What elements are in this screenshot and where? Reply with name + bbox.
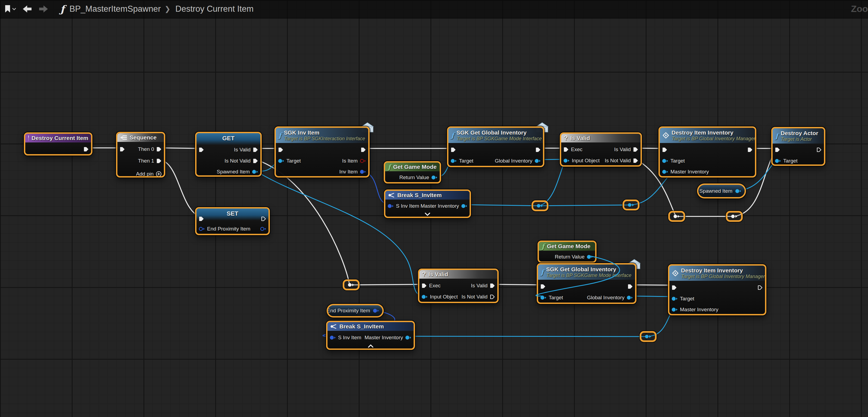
pin-row: Target (775, 155, 822, 166)
chevron-down-icon[interactable] (12, 7, 16, 10)
is-item-pin[interactable] (360, 158, 366, 163)
end-proximity-item-pin[interactable] (373, 308, 379, 314)
exec-in-pin[interactable] (662, 147, 668, 152)
return-value-pin[interactable] (587, 254, 593, 260)
exec-pin[interactable] (422, 283, 427, 289)
exec-in-pin[interactable] (775, 147, 780, 152)
pin-row: Input ObjectIs Not Valid (422, 291, 495, 302)
struct-pin[interactable] (260, 226, 266, 232)
input-object-pin[interactable] (422, 294, 428, 300)
exec-in-pin[interactable] (199, 147, 204, 152)
bookmark-icon[interactable] (4, 5, 11, 13)
input-object-pin[interactable] (563, 158, 569, 163)
exec-out-pin[interactable] (627, 284, 633, 289)
exec-in-pin[interactable] (672, 285, 677, 290)
spawned-item-pin[interactable] (735, 188, 741, 194)
exec-label: Exec (571, 147, 582, 152)
exec-out-pin[interactable] (261, 216, 266, 221)
target-pin[interactable] (775, 158, 781, 163)
node-set-end-proximity-item[interactable]: SETEnd Proximity Item (195, 207, 270, 235)
then-1-label: Then 1 (138, 158, 154, 164)
object-wire (540, 205, 631, 206)
exec-out-pin[interactable] (757, 285, 763, 290)
is-not-valid-pin[interactable] (253, 158, 258, 163)
chevron-down-icon[interactable] (385, 213, 470, 216)
reroute-node-exec[interactable] (343, 279, 360, 290)
global-inventory-pin[interactable] (534, 158, 541, 163)
exec-out-pin[interactable] (361, 147, 366, 152)
master-inventory-pin[interactable] (461, 203, 467, 209)
target-label: Target (459, 158, 473, 164)
breadcrumb-current[interactable]: Destroy Current Item (175, 4, 253, 14)
inv-item-pin[interactable] (360, 169, 366, 175)
pin-row: Input ObjectIs Not Valid (563, 155, 638, 166)
reroute-node-object[interactable] (640, 331, 657, 342)
add-pin-label: Add pin (136, 171, 154, 177)
is-not-valid-pin[interactable] (633, 158, 638, 163)
node-get-spawned-item[interactable]: GETIs ValidIs Not ValidSpawned Item (195, 132, 262, 177)
add-pin-icon[interactable] (156, 171, 162, 177)
is-valid-pin[interactable] (253, 147, 258, 152)
target-pin[interactable] (662, 158, 668, 163)
reroute-node-object[interactable] (623, 200, 640, 210)
then-1-pin[interactable] (156, 158, 162, 163)
is-not-valid-pin[interactable] (490, 294, 495, 300)
exec-in-pin[interactable] (451, 147, 456, 152)
exec-in-pin[interactable] (278, 147, 283, 152)
master-inventory-pin[interactable] (662, 169, 668, 175)
reroute-node-exec[interactable] (726, 211, 743, 222)
blueprint-graph-canvas[interactable]: ƒ BP_MasterItemSpawner ❯ Destroy Current… (0, 0, 868, 417)
master-inventory-pin[interactable] (672, 307, 678, 312)
back-arrow-button[interactable] (22, 5, 32, 13)
exec-out-pin[interactable] (84, 147, 89, 152)
node-sgk-inv-item[interactable]: ƒSGK Inv ItemTarget is BP SGKInteraction… (275, 126, 370, 178)
exec-in-pin[interactable] (120, 147, 125, 152)
spawned-item-pin[interactable] (252, 169, 258, 175)
is-item-label: Is Item (342, 158, 358, 164)
node-spawned-item-getter[interactable]: Spawned Item (697, 183, 746, 199)
pin-row: Return Value (387, 172, 437, 183)
node-sgk-get-global-inventory-lower[interactable]: ƒSGK Get Global InventoryTarget is BP SG… (537, 263, 637, 304)
node-destroy-current-item[interactable]: Destroy Current Item (24, 132, 92, 155)
global-inventory-pin[interactable] (627, 295, 633, 300)
exec-out-pin[interactable] (747, 147, 753, 152)
node-break-s-invitem-upper[interactable]: Break S_InvItemS Inv ItemMaster Inventor… (384, 189, 471, 218)
exec-in-pin[interactable] (199, 216, 204, 221)
node-destroy-item-inventory-upper[interactable]: Destroy Item InventoryTarget is BP Globa… (658, 126, 756, 178)
s-inv-item-pin[interactable] (330, 335, 336, 340)
reroute-node-object[interactable] (532, 200, 549, 211)
node-destroy-item-inventory-lower[interactable]: Destroy Item InventoryTarget is BP Globa… (668, 264, 766, 315)
reroute-node-exec[interactable] (668, 211, 685, 222)
master-inventory-pin[interactable] (405, 335, 411, 340)
return-value-pin[interactable] (431, 175, 437, 180)
node-get-game-mode-lower[interactable]: ƒGet Game ModeReturn Value (537, 241, 596, 263)
s-inv-item-pin[interactable] (388, 203, 394, 209)
breadcrumb-parent[interactable]: BP_MasterItemSpawner (69, 4, 161, 14)
exec-pin[interactable] (563, 147, 569, 152)
end-proximity-item-pin[interactable] (199, 226, 205, 232)
pin-row: S Inv ItemMaster Inventory (330, 332, 411, 343)
is-valid-pin[interactable] (633, 147, 638, 152)
end-proximity-item-label: End Proximity Item (207, 226, 250, 232)
exec-in-pin[interactable] (540, 284, 546, 289)
node-sgk-get-global-inventory-upper[interactable]: ƒSGK Get Global InventoryTarget is BP SG… (447, 126, 544, 167)
node-get-game-mode-upper[interactable]: ƒGet Game ModeReturn Value (384, 161, 441, 183)
is-valid-pin[interactable] (490, 283, 495, 289)
node-is-valid-upper[interactable]: ?Is ValidExecIs ValidInput ObjectIs Not … (560, 132, 642, 167)
breadcrumb-separator-icon: ❯ (164, 5, 170, 13)
target-pin[interactable] (278, 158, 284, 163)
forward-arrow-button[interactable] (39, 5, 49, 13)
chevron-up-icon[interactable] (328, 345, 414, 348)
target-pin[interactable] (540, 295, 547, 300)
target-pin[interactable] (672, 296, 678, 301)
node-break-s-invitem-lower[interactable]: Break S_InvItemS Inv ItemMaster Inventor… (326, 321, 415, 350)
exec-out-pin[interactable] (535, 147, 541, 152)
node-destroy-actor[interactable]: ƒDestroy ActorTarget is ActorTarget (771, 127, 825, 166)
node-sequence[interactable]: SequenceThen 0Then 1Add pin (116, 132, 165, 178)
target-pin[interactable] (451, 158, 457, 163)
node-title: SGK Get Global Inventory (457, 129, 542, 136)
node-is-valid-lower[interactable]: ?Is ValidExecIs ValidInput ObjectIs Not … (418, 269, 499, 303)
exec-out-pin[interactable] (816, 147, 822, 152)
then-0-pin[interactable] (156, 147, 162, 152)
node-end-proximity-item-getter[interactable]: End Proximity Item (327, 304, 384, 318)
